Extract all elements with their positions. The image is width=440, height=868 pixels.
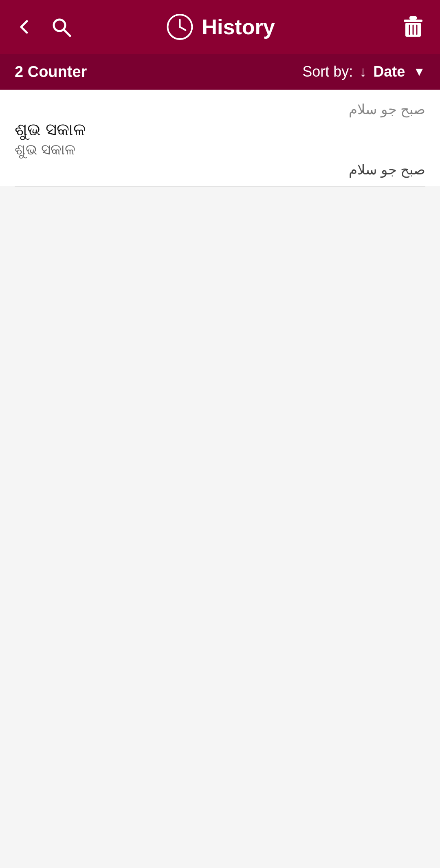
list-item[interactable]: صبح جو سلام ଶୁଭ ସକାଳ ଶୁଭ ସକାଳ صبح جو سلا… (0, 90, 440, 186)
odia-text-main: ଶୁଭ ସକାଳ (15, 120, 425, 139)
sort-field-label: Date (373, 63, 405, 80)
clock-icon (165, 12, 194, 42)
sort-by-label: Sort by: (302, 63, 353, 80)
sort-dropdown-icon[interactable]: ▼ (413, 65, 425, 79)
back-button[interactable] (15, 17, 34, 37)
header-left-icons (15, 16, 72, 37)
search-button[interactable] (51, 16, 72, 37)
counter-label: 2 Counter (15, 63, 87, 81)
arabic-text-top: صبح جو سلام (15, 101, 425, 117)
app-header: History (0, 0, 440, 54)
sort-controls[interactable]: Sort by: ↓ Date ▼ (302, 63, 425, 80)
sort-bar: 2 Counter Sort by: ↓ Date ▼ (0, 54, 440, 90)
svg-line-4 (180, 27, 185, 30)
svg-line-1 (64, 29, 70, 36)
header-right-icons (401, 15, 425, 39)
arabic-text-bottom: صبح جو سلام (15, 161, 425, 178)
empty-area (0, 187, 440, 868)
svg-rect-5 (404, 20, 422, 22)
header-center: History (165, 12, 275, 42)
svg-rect-6 (409, 16, 417, 20)
sort-direction-icon[interactable]: ↓ (359, 63, 367, 80)
history-list: صبح جو سلام ଶୁଭ ସକାଳ ଶୁଭ ସକାଳ صبح جو سلا… (0, 90, 440, 187)
page-title: History (202, 15, 275, 39)
delete-button[interactable] (401, 15, 425, 39)
odia-text-secondary: ଶୁଭ ସକାଳ (15, 141, 425, 158)
